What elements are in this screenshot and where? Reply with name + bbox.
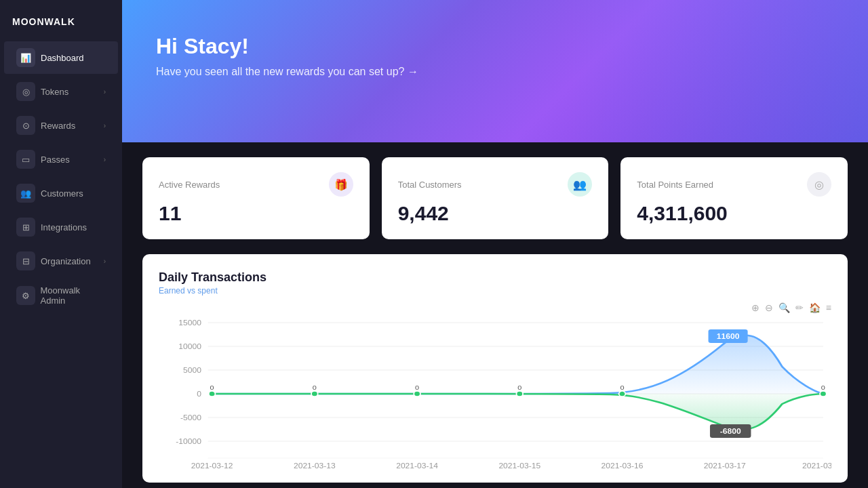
sidebar-item-moonwalk-admin[interactable]: ⚙ Moonwalk Admin bbox=[4, 279, 118, 312]
passes-icon: ▭ bbox=[16, 150, 35, 169]
svg-text:2021-03-18: 2021-03-18 bbox=[802, 462, 831, 470]
customers-icon: 👥 bbox=[16, 184, 35, 203]
sidebar-item-rewards[interactable]: ⊙ Rewards › bbox=[4, 109, 118, 142]
sidebar-item-passes[interactable]: ▭ Passes › bbox=[4, 143, 118, 176]
stat-value-customers: 9,442 bbox=[398, 202, 593, 224]
stat-card-total-points: Total Points Earned ◎ 4,311,600 bbox=[620, 157, 848, 239]
stat-label-customers: Total Customers bbox=[398, 180, 462, 190]
passes-arrow: › bbox=[104, 156, 106, 163]
hero-greeting: Hi Stacy! bbox=[156, 34, 834, 59]
svg-text:15000: 15000 bbox=[178, 319, 201, 327]
sidebar-item-integrations[interactable]: ⊞ Integrations bbox=[4, 211, 118, 243]
sidebar-label-rewards: Rewards bbox=[41, 121, 75, 131]
svg-text:11600: 11600 bbox=[717, 333, 740, 340]
chart-pan-icon[interactable]: ✏ bbox=[795, 302, 804, 313]
svg-text:0: 0 bbox=[620, 384, 625, 391]
svg-text:2021-03-13: 2021-03-13 bbox=[294, 462, 336, 470]
stat-card-active-rewards: Active Rewards 🎁 11 bbox=[142, 157, 370, 239]
sidebar-label-tokens: Tokens bbox=[41, 87, 68, 97]
stats-row: Active Rewards 🎁 11 Total Customers 👥 9,… bbox=[122, 142, 868, 254]
svg-text:-6800: -6800 bbox=[720, 428, 741, 435]
moonwalk-admin-icon: ⚙ bbox=[16, 286, 35, 305]
stat-label-points: Total Points Earned bbox=[637, 180, 713, 190]
svg-point-16 bbox=[516, 391, 523, 396]
dashboard-icon: 📊 bbox=[16, 48, 35, 67]
svg-point-17 bbox=[619, 391, 626, 396]
stat-value-points: 4,311,600 bbox=[637, 202, 831, 224]
svg-text:0: 0 bbox=[821, 384, 826, 391]
sidebar-item-customers[interactable]: 👥 Customers bbox=[4, 177, 118, 209]
rewards-arrow: › bbox=[104, 122, 106, 129]
rewards-icon: ⊙ bbox=[16, 116, 35, 135]
chart-home-icon[interactable]: 🏠 bbox=[809, 302, 821, 313]
svg-text:2021-03-15: 2021-03-15 bbox=[498, 462, 540, 470]
svg-text:-10000: -10000 bbox=[176, 438, 201, 445]
sidebar-label-integrations: Integrations bbox=[41, 222, 87, 232]
stat-value-rewards: 11 bbox=[159, 202, 353, 224]
chart-svg: 15000 10000 5000 0 -5000 -10000 bbox=[159, 316, 831, 472]
hero-banner: Hi Stacy! Have you seen all the new rewa… bbox=[122, 0, 868, 142]
organization-arrow: › bbox=[104, 258, 106, 265]
svg-text:2021-03-16: 2021-03-16 bbox=[601, 462, 644, 470]
svg-point-18 bbox=[820, 391, 827, 396]
chart-section: Daily Transactions Earned vs spent ⊕ ⊖ 🔍… bbox=[142, 254, 848, 483]
stat-label-rewards: Active Rewards bbox=[159, 180, 220, 190]
chart-title: Daily Transactions bbox=[159, 270, 831, 285]
sidebar-label-customers: Customers bbox=[41, 188, 83, 199]
svg-text:10000: 10000 bbox=[178, 343, 201, 350]
stat-card-total-customers: Total Customers 👥 9,442 bbox=[382, 157, 609, 239]
stat-card-header-points: Total Points Earned ◎ bbox=[637, 172, 831, 197]
svg-text:0: 0 bbox=[313, 384, 317, 391]
sidebar: MOONWALK 📊 Dashboard ◎ Tokens › ⊙ Reward… bbox=[0, 0, 122, 488]
svg-text:0: 0 bbox=[210, 384, 215, 391]
organization-icon: ⊟ bbox=[16, 251, 35, 270]
svg-point-15 bbox=[414, 391, 420, 396]
chart-subtitle: Earned vs spent bbox=[159, 286, 831, 296]
svg-point-13 bbox=[209, 391, 216, 396]
svg-text:2021-03-12: 2021-03-12 bbox=[191, 462, 233, 470]
chart-search-icon[interactable]: 🔍 bbox=[778, 302, 790, 313]
sidebar-label-moonwalk-admin: Moonwalk Admin bbox=[41, 285, 106, 306]
chart-zoom-out-icon[interactable]: ⊖ bbox=[765, 302, 773, 313]
stat-icon-rewards: 🎁 bbox=[329, 172, 353, 197]
chart-container: 15000 10000 5000 0 -5000 -10000 bbox=[159, 316, 831, 472]
chart-menu-icon[interactable]: ≡ bbox=[826, 302, 831, 313]
stat-card-header-rewards: Active Rewards 🎁 bbox=[159, 172, 353, 197]
stat-card-header-customers: Total Customers 👥 bbox=[398, 172, 593, 197]
chart-zoom-in-icon[interactable]: ⊕ bbox=[751, 302, 760, 313]
sidebar-item-organization[interactable]: ⊟ Organization › bbox=[4, 245, 118, 277]
sidebar-item-tokens[interactable]: ◎ Tokens › bbox=[4, 75, 118, 108]
stat-icon-points: ◎ bbox=[807, 172, 831, 197]
svg-point-14 bbox=[311, 391, 318, 396]
sidebar-label-organization: Organization bbox=[41, 256, 91, 266]
chart-toolbar: ⊕ ⊖ 🔍 ✏ 🏠 ≡ bbox=[159, 302, 831, 313]
sidebar-label-passes: Passes bbox=[41, 155, 70, 165]
app-logo: MOONWALK bbox=[0, 7, 122, 41]
svg-text:0: 0 bbox=[197, 390, 201, 398]
sidebar-label-dashboard: Dashboard bbox=[41, 53, 84, 63]
tokens-icon: ◎ bbox=[16, 82, 35, 101]
svg-text:2021-03-14: 2021-03-14 bbox=[396, 462, 438, 470]
tokens-arrow: › bbox=[104, 88, 106, 96]
sidebar-item-dashboard[interactable]: 📊 Dashboard bbox=[4, 41, 118, 74]
hero-subtitle: Have you seen all the new rewards you ca… bbox=[156, 66, 834, 78]
svg-text:0: 0 bbox=[415, 384, 420, 391]
svg-text:-5000: -5000 bbox=[180, 414, 201, 422]
main-content: Hi Stacy! Have you seen all the new rewa… bbox=[122, 0, 868, 488]
svg-text:2021-03-17: 2021-03-17 bbox=[704, 462, 746, 470]
svg-text:5000: 5000 bbox=[183, 367, 201, 374]
integrations-icon: ⊞ bbox=[16, 218, 35, 237]
svg-text:0: 0 bbox=[517, 384, 522, 391]
stat-icon-customers: 👥 bbox=[568, 172, 592, 197]
